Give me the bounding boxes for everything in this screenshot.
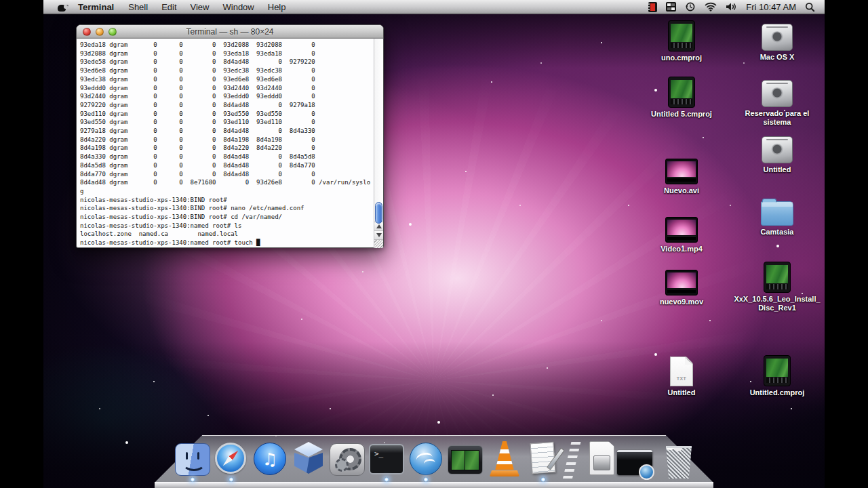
- dock-shelf-front-edge: [155, 482, 713, 488]
- desktop-icon-camtasia-folder[interactable]: Camtasia: [733, 196, 821, 237]
- file-icon: [762, 80, 793, 107]
- menu-label: Window: [223, 2, 254, 12]
- file-icon: TXT: [670, 357, 693, 386]
- dock-app-icon: [330, 443, 365, 476]
- terminal-title-bar[interactable]: Terminal — sh — 80×24: [77, 25, 383, 39]
- window-resize-grip[interactable]: [374, 239, 383, 248]
- camtasia-recorder-icon[interactable]: [648, 0, 657, 14]
- scroll-down-button[interactable]: [374, 230, 383, 239]
- dock-item-openoffice[interactable]: [408, 441, 443, 480]
- scrollbar-thumb[interactable]: [375, 202, 382, 224]
- menu-label: Help: [268, 2, 286, 12]
- desktop-icon-uno-cmproj[interactable]: uno.cmproj: [644, 20, 719, 62]
- menu-help[interactable]: Help: [261, 0, 293, 14]
- zoom-button[interactable]: [108, 28, 117, 36]
- spotlight-search-icon[interactable]: [805, 0, 815, 14]
- file-icon: [762, 136, 793, 163]
- scrollbar-track[interactable]: [374, 39, 383, 222]
- desktop-icon-nuevo-avi[interactable]: Nuevo.avi: [644, 155, 719, 195]
- apple-menu[interactable]: [53, 0, 71, 14]
- menu-label: Edit: [161, 2, 176, 12]
- menu-bar-clock[interactable]: Fri 10:47 AM: [746, 2, 796, 12]
- dock-item-virtualbox[interactable]: [291, 441, 326, 480]
- file-label: Untitled: [733, 165, 821, 174]
- dock-icon-glyph: >_: [370, 445, 403, 473]
- dock-item-terminal[interactable]: >_: [369, 441, 404, 480]
- desktop-icon-untitled-txt[interactable]: TXT Untitled: [644, 355, 719, 397]
- desktop-icon-untitled-disk[interactable]: Untitled: [733, 133, 821, 174]
- apple-logo-icon: [58, 3, 66, 12]
- dock-item-minimized-window[interactable]: [617, 441, 652, 480]
- file-label: Mac OS X: [733, 53, 821, 62]
- dock-item-textedit[interactable]: [526, 441, 561, 480]
- scrollbar[interactable]: [374, 39, 383, 248]
- dock-app-icon: [665, 446, 693, 479]
- dock-item-system-preferences[interactable]: [330, 441, 365, 480]
- file-icon: [665, 217, 698, 243]
- file-icon: [665, 159, 698, 184]
- window-title: Terminal — sh — 80×24: [186, 27, 273, 37]
- dock-item-itunes[interactable]: ♫: [252, 441, 288, 480]
- running-indicator-dot: [384, 477, 389, 482]
- time-machine-icon[interactable]: [685, 0, 696, 14]
- file-label: nuevo9.mov: [644, 298, 719, 306]
- dock-item-safari[interactable]: [214, 441, 249, 480]
- running-indicator-dot: [229, 477, 234, 482]
- dock-app-icon: >_: [369, 444, 404, 474]
- file-icon: [764, 355, 791, 386]
- desktop-icon-reservado-para-el-sistema[interactable]: Reservado para el sistema: [733, 77, 821, 127]
- close-button[interactable]: [83, 28, 91, 36]
- desktop-icon-mac-os-x[interactable]: Mac OS X: [733, 20, 821, 62]
- panels-icon[interactable]: [666, 0, 676, 14]
- file-icon: [665, 270, 698, 296]
- dock-item-trash[interactable]: [660, 441, 697, 480]
- file-type-badge: TXT: [671, 376, 692, 381]
- file-icon: [764, 262, 791, 293]
- terminal-output[interactable]: 93eda18 dgram 0 0 0 93d2088 93d2088 0 93…: [77, 39, 374, 248]
- terminal-window[interactable]: Terminal — sh — 80×24 93eda18 dgram 0 0 …: [76, 24, 384, 248]
- file-icon: [761, 201, 793, 226]
- file-icon: [668, 20, 695, 52]
- dock-app-icon: [487, 441, 522, 480]
- file-icon: [668, 77, 695, 108]
- dock-app-icon: [617, 450, 652, 475]
- dock-item-disk-image-document[interactable]: [583, 441, 618, 480]
- dock-item-vlc[interactable]: [487, 441, 522, 480]
- file-label: Untitled: [644, 388, 719, 397]
- dock-app-icon: [583, 441, 618, 480]
- dock-item-camtasia[interactable]: [448, 441, 483, 480]
- desktop-icon-untitled-cmproj[interactable]: Untitled.cmproj: [733, 355, 821, 397]
- dock-app-icon: [448, 445, 483, 474]
- menu-label: View: [191, 2, 210, 12]
- dock-item-separator[interactable]: [567, 441, 576, 480]
- down-arrow-icon: [376, 233, 382, 237]
- dock-app-icon: [526, 441, 561, 480]
- menu-bar-status-area: Fri 10:47 AM: [648, 0, 825, 14]
- dock-item-finder[interactable]: [175, 441, 210, 480]
- minimize-button[interactable]: [96, 28, 104, 36]
- dock-app-icon: [410, 443, 442, 475]
- file-label: Video1.mp4: [644, 245, 719, 253]
- desktop-icon-untitled-5-cmproj[interactable]: Untitled 5.cmproj: [644, 77, 719, 119]
- running-indicator-dot: [424, 477, 429, 482]
- dock-app-icon: ♫: [254, 443, 286, 475]
- menu-terminal[interactable]: Terminal: [71, 0, 121, 14]
- menu-bar: TerminalShellEditViewWindowHelp Fri 10:4…: [43, 0, 825, 14]
- terminal-body: 93eda18 dgram 0 0 0 93d2088 93d2088 0 93…: [77, 39, 383, 248]
- file-label: Untitled.cmproj: [733, 388, 821, 397]
- desktop-icon-xxx-leo-install-disc[interactable]: XxX_10.5.6_Leo_Install_Disc_Rev1: [733, 262, 821, 312]
- volume-icon[interactable]: [726, 0, 737, 14]
- wifi-icon[interactable]: [705, 0, 717, 14]
- menu-window[interactable]: Window: [216, 0, 261, 14]
- menu-view[interactable]: View: [184, 0, 216, 14]
- menu-edit[interactable]: Edit: [155, 0, 183, 14]
- file-icon: [762, 24, 793, 51]
- desktop-icon-nuevo9-mov[interactable]: nuevo9.mov: [644, 266, 719, 306]
- file-label: Camtasia: [733, 228, 821, 237]
- running-indicator-dot: [191, 477, 195, 482]
- dock-app-icon: [291, 442, 326, 480]
- running-indicator-dot: [541, 477, 546, 482]
- menu-label: Terminal: [78, 2, 114, 12]
- desktop-icon-video1-mp4[interactable]: Video1.mp4: [644, 213, 719, 253]
- menu-shell[interactable]: Shell: [121, 0, 155, 14]
